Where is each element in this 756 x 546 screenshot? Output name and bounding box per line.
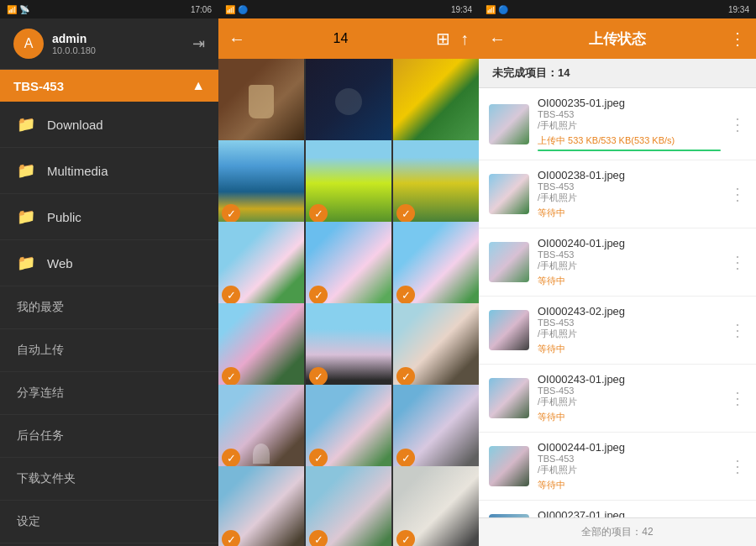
nav-item-web[interactable]: 📁 Web <box>0 240 218 286</box>
nav-item-public[interactable]: 📁 Public <box>0 194 218 240</box>
left-panel: 📶 📡 17:06 A admin 10.0.0.180 ⇥ TBS-453 ▲… <box>0 0 218 546</box>
photo-cell[interactable]: ✓ <box>393 466 479 546</box>
nav-label-download-folder: 下载文件夹 <box>17 471 76 486</box>
upload-item-1[interactable]: OI000235-01.jpeg TBS-453 /手机照片 上传中 533 K… <box>479 88 756 160</box>
photo-cell[interactable]: ✓ <box>306 140 391 226</box>
photo-cell[interactable]: ✓ <box>306 466 391 546</box>
photo-check-icon: ✓ <box>309 286 328 304</box>
avatar: A <box>13 29 44 59</box>
upload-filename-1: OI000235-01.jpeg <box>538 97 721 109</box>
nav-item-share[interactable]: 分享连结 <box>0 372 218 415</box>
nav-label-multimedia: Multimedia <box>47 164 108 178</box>
nav-label-favorites: 我的最爱 <box>17 300 64 315</box>
photo-cell[interactable]: ✓ <box>393 140 479 226</box>
right-signal: 📶 🔵 <box>486 5 508 14</box>
upload-info-7: OI000237-01.jpeg TBS-453 /手机照片 等待中 <box>538 509 721 517</box>
photo-cell[interactable]: ✓ <box>393 222 479 307</box>
photo-cell[interactable]: ✓ <box>218 466 304 546</box>
folder-icon: 📁 <box>17 254 35 272</box>
upload-more-icon-2[interactable]: ⋮ <box>729 184 746 204</box>
photo-cell[interactable]: ✓ <box>306 385 391 470</box>
nav-item-settings[interactable]: 设定 <box>0 501 218 543</box>
photo-check-icon: ✓ <box>396 204 415 223</box>
photo-cell[interactable] <box>306 59 391 144</box>
upload-more-icon-1[interactable]: ⋮ <box>729 114 746 134</box>
upload-filename-6: OI000244-01.jpeg <box>538 441 721 454</box>
upload-device-1: TBS-453 <box>538 109 721 119</box>
photo-cell[interactable]: ✓ <box>306 222 391 307</box>
user-info: A admin 10.0.0.180 <box>13 29 96 59</box>
nav-item-download[interactable]: 📁 Download <box>0 102 218 148</box>
nav-item-download-folder[interactable]: 下载文件夹 <box>0 458 218 501</box>
upload-status-4: 等待中 <box>538 343 721 355</box>
photo-cell[interactable]: ✓ <box>218 303 304 389</box>
photo-cell[interactable]: ✓ <box>393 385 479 470</box>
upload-info-4: OI000243-02.jpeg TBS-453 /手机照片 等待中 <box>538 305 721 355</box>
folder-icon: 📁 <box>17 161 35 180</box>
upload-item-3[interactable]: OI000240-01.jpeg TBS-453 /手机照片 等待中 ⋮ <box>479 228 756 297</box>
photo-cell[interactable] <box>218 59 304 144</box>
upload-item-2[interactable]: OI000238-01.jpeg TBS-453 /手机照片 等待中 ⋮ <box>479 160 756 228</box>
nav-label-share: 分享连结 <box>17 386 64 401</box>
device-section[interactable]: TBS-453 ▲ <box>0 70 218 102</box>
nav-item-multimedia[interactable]: 📁 Multimedia <box>0 148 218 194</box>
toolbar-right: ← 上传状态 ⋮ <box>479 18 756 59</box>
photo-cell[interactable]: ✓ <box>218 140 304 226</box>
nav-item-bg-tasks[interactable]: 后台任务 <box>0 415 218 458</box>
photo-cell[interactable]: ✓ <box>393 303 479 389</box>
pending-label: 未完成项目： <box>492 66 558 79</box>
back-right-button[interactable]: ← <box>489 29 506 49</box>
upload-progress-bar-1 <box>538 150 721 151</box>
right-panel: 📶 🔵 19:34 ← 上传状态 ⋮ 未完成项目：14 OI000235-01.… <box>479 0 756 546</box>
user-ip: 10.0.0.180 <box>52 45 96 55</box>
upload-path-3: /手机照片 <box>538 260 721 272</box>
upload-info-3: OI000240-01.jpeg TBS-453 /手机照片 等待中 <box>538 237 721 287</box>
photo-check-icon: ✓ <box>396 449 415 467</box>
pending-count-bar: 未完成项目：14 <box>479 59 756 88</box>
chevron-up-icon: ▲ <box>192 78 205 93</box>
back-button[interactable]: ← <box>228 29 245 49</box>
upload-item-7[interactable]: OI000237-01.jpeg TBS-453 /手机照片 等待中 ⋮ <box>479 501 756 517</box>
photo-check-icon: ✓ <box>222 367 240 386</box>
upload-status-title: 上传状态 <box>589 29 646 49</box>
status-bar-right: 📶 🔵 19:34 <box>479 0 756 18</box>
upload-more-icon-5[interactable]: ⋮ <box>729 388 746 408</box>
nav-item-favorites[interactable]: 我的最爱 <box>0 286 218 329</box>
nav-item-auto-upload[interactable]: 自动上传 <box>0 329 218 372</box>
upload-button[interactable]: ↑ <box>460 29 469 49</box>
photo-check-icon: ✓ <box>309 367 328 386</box>
device-name: TBS-453 <box>13 79 64 93</box>
status-bar-mid: 📶 🔵 19:34 <box>218 0 479 18</box>
mid-signal: 📶 🔵 <box>225 5 248 14</box>
upload-item-6[interactable]: OI000244-01.jpeg TBS-453 /手机照片 等待中 ⋮ <box>479 433 756 501</box>
logout-icon[interactable]: ⇥ <box>192 34 205 53</box>
upload-info-2: OI000238-01.jpeg TBS-453 /手机照片 等待中 <box>538 169 721 219</box>
photo-cell[interactable] <box>393 59 479 144</box>
nav-label-web: Web <box>47 256 73 270</box>
photo-check-icon: ✓ <box>309 530 328 546</box>
photo-cell[interactable]: ✓ <box>218 222 304 307</box>
upload-filename-2: OI000238-01.jpeg <box>538 169 721 181</box>
username: admin <box>52 32 96 45</box>
upload-thumb-4 <box>489 310 529 350</box>
right-time: 19:34 <box>728 5 749 14</box>
more-options-button[interactable]: ⋮ <box>729 29 746 49</box>
select-all-button[interactable]: ⊞ <box>436 29 450 49</box>
upload-path-4: /手机照片 <box>538 328 721 340</box>
photo-cell[interactable]: ✓ <box>306 303 391 389</box>
upload-item-4[interactable]: OI000243-02.jpeg TBS-453 /手机照片 等待中 ⋮ <box>479 297 756 365</box>
photo-check-icon: ✓ <box>309 449 328 467</box>
upload-item-5[interactable]: OI000243-01.jpeg TBS-453 /手机照片 等待中 ⋮ <box>479 365 756 433</box>
upload-thumb-2 <box>489 174 529 214</box>
upload-more-icon-6[interactable]: ⋮ <box>729 456 746 476</box>
photo-check-icon: ✓ <box>396 530 415 546</box>
upload-more-icon-3[interactable]: ⋮ <box>729 252 746 272</box>
photo-grid: ✓ ✓ ✓ ✓ ✓ ✓ ✓ ✓ ✓ ✓ <box>218 59 479 546</box>
upload-device-3: TBS-453 <box>538 249 721 260</box>
status-bar-left: 📶 📡 17:06 <box>0 0 218 18</box>
folder-icon: 📁 <box>17 115 35 134</box>
photo-cell[interactable]: ✓ <box>218 385 304 470</box>
upload-info-1: OI000235-01.jpeg TBS-453 /手机照片 上传中 533 K… <box>538 97 721 151</box>
upload-more-icon-4[interactable]: ⋮ <box>729 320 746 340</box>
total-number: 42 <box>642 526 653 538</box>
